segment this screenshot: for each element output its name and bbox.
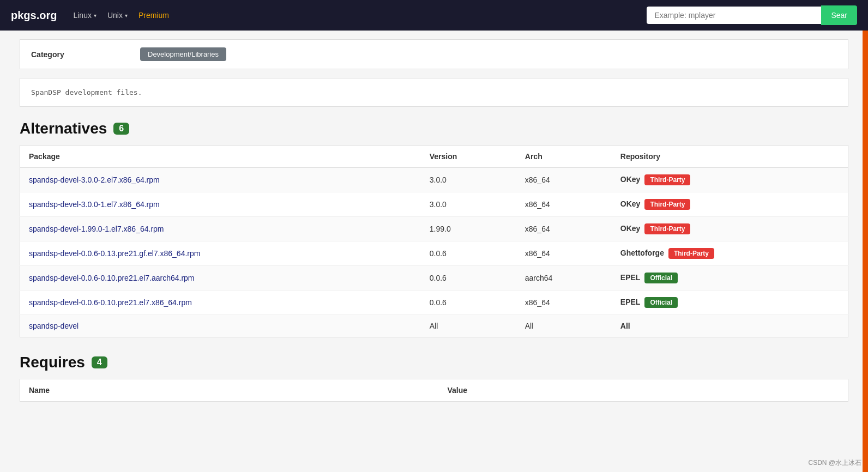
repo-badge: Third-Party	[644, 174, 690, 185]
alternatives-table: Package Version Arch Repository spandsp-…	[20, 145, 848, 337]
table-row: spandsp-devel-3.0.0-1.el7.x86_64.rpm3.0.…	[20, 192, 848, 217]
package-link[interactable]: spandsp-devel-3.0.0-1.el7.x86_64.rpm	[29, 200, 160, 209]
table-row: spandsp-devel-0.0.6-0.10.pre21.el7.x86_6…	[20, 291, 848, 315]
category-row: Category Development/Libraries	[20, 39, 848, 69]
linux-dropdown-arrow: ▾	[94, 13, 97, 19]
package-link[interactable]: spandsp-devel	[29, 322, 79, 330]
repo-name: EPEL	[620, 273, 641, 282]
version-cell: 0.0.6	[421, 291, 516, 315]
header: pkgs.org Linux ▾ Unix ▾ Premium Sear	[0, 0, 868, 31]
right-accent-bar	[863, 31, 868, 410]
col-version: Version	[421, 146, 516, 168]
col-arch: Arch	[516, 146, 612, 168]
logo[interactable]: pkgs.org	[11, 9, 57, 22]
table-row: spandsp-develAllAllAll	[20, 315, 848, 337]
repo-cell: EPELOfficial	[612, 266, 848, 291]
alternatives-title: Alternatives	[20, 120, 107, 137]
requires-col-value: Value	[438, 379, 848, 402]
col-package: Package	[20, 146, 421, 168]
version-cell: 3.0.0	[421, 192, 516, 217]
repo-cell: All	[612, 315, 848, 337]
category-label: Category	[31, 50, 140, 59]
package-link[interactable]: spandsp-devel-0.0.6-0.10.pre21.el7.aarch…	[29, 274, 195, 282]
nav: Linux ▾ Unix ▾ Premium	[73, 11, 169, 20]
version-cell: 0.0.6	[421, 241, 516, 266]
nav-linux[interactable]: Linux ▾	[73, 11, 96, 20]
repo-name: OKey	[620, 175, 641, 184]
repo-name: OKey	[620, 224, 641, 233]
table-row: spandsp-devel-0.0.6-0.13.pre21.gf.el7.x8…	[20, 241, 848, 266]
category-badge[interactable]: Development/Libraries	[140, 47, 226, 61]
search-input[interactable]	[647, 7, 821, 24]
arch-cell: x86_64	[516, 241, 612, 266]
repo-cell: EPELOfficial	[612, 291, 848, 315]
repo-cell: GhettoforgeThird-Party	[612, 241, 848, 266]
package-link[interactable]: spandsp-devel-1.99.0-1.el7.x86_64.rpm	[29, 225, 164, 233]
version-cell: 3.0.0	[421, 168, 516, 192]
arch-cell: All	[516, 315, 612, 337]
table-row: spandsp-devel-1.99.0-1.el7.x86_64.rpm1.9…	[20, 217, 848, 241]
repo-name: All	[620, 322, 630, 330]
description-box: SpanDSP development files.	[20, 78, 848, 107]
arch-cell: x86_64	[516, 217, 612, 241]
repo-cell: OKeyThird-Party	[612, 192, 848, 217]
repo-badge: Third-Party	[644, 199, 690, 210]
requires-section: Requires 4 Name Value	[20, 354, 848, 402]
nav-premium[interactable]: Premium	[138, 11, 169, 20]
search-button[interactable]: Sear	[821, 5, 857, 25]
version-cell: All	[421, 315, 516, 337]
package-link[interactable]: spandsp-devel-0.0.6-0.10.pre21.el7.x86_6…	[29, 298, 192, 307]
requires-table: Name Value	[20, 379, 848, 402]
package-link[interactable]: spandsp-devel-0.0.6-0.13.pre21.gf.el7.x8…	[29, 249, 200, 258]
requires-title: Requires	[20, 354, 85, 371]
nav-unix[interactable]: Unix ▾	[107, 11, 128, 20]
repo-badge: Third-Party	[668, 248, 714, 259]
arch-cell: x86_64	[516, 291, 612, 315]
repo-cell: OKeyThird-Party	[612, 168, 848, 192]
arch-cell: x86_64	[516, 168, 612, 192]
arch-cell: aarch64	[516, 266, 612, 291]
version-cell: 0.0.6	[421, 266, 516, 291]
unix-dropdown-arrow: ▾	[125, 13, 128, 19]
version-cell: 1.99.0	[421, 217, 516, 241]
repo-name: Ghettoforge	[620, 249, 664, 257]
repo-cell: OKeyThird-Party	[612, 217, 848, 241]
repo-name: EPEL	[620, 298, 641, 306]
requires-section-header: Requires 4	[20, 354, 848, 371]
repo-name: OKey	[620, 199, 641, 208]
repo-badge: Official	[644, 297, 678, 308]
alternatives-section-header: Alternatives 6	[20, 120, 848, 137]
package-link[interactable]: spandsp-devel-3.0.0-2.el7.x86_64.rpm	[29, 176, 160, 184]
requires-col-name: Name	[20, 379, 439, 402]
description-text: SpanDSP development files.	[31, 88, 142, 96]
main-content: Category Development/Libraries SpanDSP d…	[9, 31, 859, 410]
search-area: Sear	[647, 5, 857, 25]
table-row: spandsp-devel-0.0.6-0.10.pre21.el7.aarch…	[20, 266, 848, 291]
table-row: spandsp-devel-3.0.0-2.el7.x86_64.rpm3.0.…	[20, 168, 848, 192]
repo-badge: Official	[644, 273, 678, 283]
alternatives-count-badge: 6	[113, 123, 129, 135]
arch-cell: x86_64	[516, 192, 612, 217]
requires-count-badge: 4	[92, 356, 107, 368]
col-repository: Repository	[612, 146, 848, 168]
repo-badge: Third-Party	[644, 223, 690, 234]
